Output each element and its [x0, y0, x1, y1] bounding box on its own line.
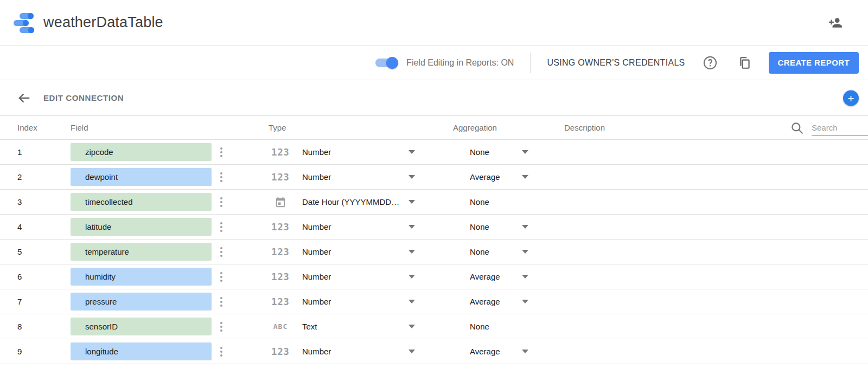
chevron-down-icon — [409, 175, 415, 179]
type-dropdown-button[interactable] — [405, 350, 418, 353]
toolbar: Field Editing in Reports: ON USING OWNER… — [0, 46, 868, 80]
aggregation-dropdown-button[interactable] — [519, 275, 532, 279]
more-vert-icon — [220, 172, 222, 182]
aggregation-dropdown-button[interactable] — [519, 250, 532, 254]
back-button[interactable] — [13, 87, 35, 109]
table-row: 7 pressure 123 Number Average — [0, 289, 868, 314]
more-vert-icon — [220, 147, 222, 157]
field-options-menu-button[interactable] — [212, 347, 231, 357]
field-aggregation-select[interactable]: Average — [470, 347, 513, 356]
table-row: 5 temperature 123 Number None — [0, 240, 868, 264]
field-options-menu-button[interactable] — [212, 247, 231, 257]
field-aggregation-select[interactable]: None — [470, 247, 513, 256]
more-vert-icon — [220, 297, 222, 307]
help-button[interactable] — [699, 52, 721, 74]
number-type-icon: 123 — [271, 247, 290, 257]
aggregation-dropdown-button[interactable] — [519, 175, 532, 179]
field-type-select[interactable]: Number — [302, 272, 405, 281]
table-row: 4 latitude 123 Number None — [0, 215, 868, 240]
chevron-down-icon — [409, 150, 415, 154]
field-type-select[interactable]: Number — [302, 172, 405, 182]
table-row: 6 humidity 123 Number Average — [0, 264, 868, 289]
field-name-chip[interactable]: humidity — [71, 268, 212, 286]
chevron-down-icon — [522, 250, 528, 254]
type-dropdown-button[interactable] — [405, 300, 418, 303]
number-type-icon: 123 — [271, 222, 290, 232]
chevron-down-icon — [409, 225, 415, 229]
field-aggregation-select[interactable]: Average — [470, 297, 513, 306]
chevron-down-icon — [522, 225, 528, 229]
field-aggregation-select[interactable]: None — [470, 222, 513, 231]
field-editing-toggle[interactable] — [375, 59, 398, 67]
type-dropdown-button[interactable] — [405, 150, 418, 154]
header-description: Description — [564, 123, 790, 132]
table-row: 2 dewpoint 123 Number Average — [0, 165, 868, 190]
field-options-menu-button[interactable] — [212, 197, 231, 207]
chevron-down-icon — [409, 350, 415, 353]
help-icon — [703, 55, 718, 70]
field-options-menu-button[interactable] — [212, 272, 231, 282]
number-type-icon: 123 — [271, 271, 290, 282]
field-index: 3 — [0, 197, 71, 206]
chevron-down-icon — [522, 300, 528, 303]
type-dropdown-button[interactable] — [405, 325, 418, 328]
field-index: 4 — [0, 222, 71, 231]
field-name-chip[interactable]: pressure — [71, 293, 212, 311]
aggregation-dropdown-button[interactable] — [519, 225, 532, 229]
field-options-menu-button[interactable] — [212, 222, 231, 232]
aggregation-dropdown-button[interactable] — [519, 300, 532, 303]
number-type-icon: 123 — [271, 147, 290, 158]
number-type-icon: 123 — [271, 172, 290, 183]
type-dropdown-button[interactable] — [405, 200, 418, 204]
field-type-select[interactable]: Date Hour (YYYYMMDD… — [302, 197, 405, 206]
field-name-chip[interactable]: latitude — [71, 218, 212, 236]
field-options-menu-button[interactable] — [212, 147, 231, 157]
field-aggregation-select[interactable]: None — [470, 197, 513, 206]
aggregation-dropdown-button[interactable] — [519, 150, 532, 154]
type-dropdown-button[interactable] — [405, 225, 418, 229]
field-type-select[interactable]: Text — [302, 322, 405, 331]
field-aggregation-select[interactable]: None — [470, 147, 513, 157]
field-editing-label: Field Editing in Reports: ON — [406, 58, 514, 68]
share-add-person-button[interactable] — [825, 12, 846, 34]
aggregation-dropdown-button[interactable] — [519, 200, 532, 204]
type-dropdown-button[interactable] — [405, 175, 418, 179]
field-aggregation-select[interactable]: Average — [470, 272, 513, 281]
add-field-button[interactable]: + — [843, 90, 859, 106]
field-name-chip[interactable]: timecollected — [71, 193, 212, 211]
data-studio-logo-icon — [13, 11, 36, 34]
field-index: 7 — [0, 297, 71, 306]
field-type-select[interactable]: Number — [302, 147, 405, 157]
field-aggregation-select[interactable]: Average — [470, 172, 513, 182]
field-index: 2 — [0, 172, 71, 182]
create-report-button[interactable]: CREATE REPORT — [769, 52, 859, 74]
field-options-menu-button[interactable] — [212, 172, 231, 182]
chevron-down-icon — [409, 300, 415, 303]
aggregation-dropdown-button[interactable] — [519, 325, 532, 328]
chevron-down-icon — [409, 200, 415, 204]
copy-datasource-button[interactable] — [734, 52, 756, 74]
table-row: 3 timecollected Date Hour (YYYYMMDD… Non… — [0, 190, 868, 215]
field-name-chip[interactable]: zipcode — [71, 143, 212, 161]
toolbar-divider — [530, 53, 531, 73]
field-type-select[interactable]: Number — [302, 297, 405, 306]
field-type-select[interactable]: Number — [302, 222, 405, 231]
chevron-down-icon — [409, 325, 415, 328]
header-type: Type — [269, 123, 453, 132]
field-name-chip[interactable]: sensorID — [71, 318, 212, 335]
field-name-chip[interactable]: dewpoint — [71, 168, 212, 186]
field-aggregation-select[interactable]: None — [470, 322, 513, 331]
edit-connection-bar: EDIT CONNECTION + — [0, 80, 868, 116]
field-name-chip[interactable]: temperature — [71, 243, 212, 261]
field-type-select[interactable]: Number — [302, 347, 405, 356]
chevron-down-icon — [522, 150, 528, 154]
search-input[interactable] — [812, 120, 868, 136]
field-options-menu-button[interactable] — [212, 297, 231, 307]
field-type-select[interactable]: Number — [302, 247, 405, 256]
field-options-menu-button[interactable] — [212, 322, 231, 332]
type-dropdown-button[interactable] — [405, 275, 418, 279]
field-name-chip[interactable]: longitude — [71, 342, 212, 360]
aggregation-dropdown-button[interactable] — [519, 350, 532, 353]
type-dropdown-button[interactable] — [405, 250, 418, 254]
search-icon — [790, 121, 804, 135]
